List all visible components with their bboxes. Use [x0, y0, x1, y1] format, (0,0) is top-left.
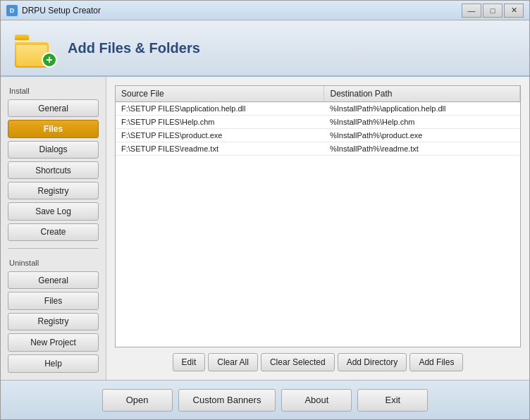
bottom-bar: Open Custom Banners About Exit: [1, 380, 529, 419]
dest-path-cell: %InstallPath%\readme.txt: [324, 142, 520, 156]
edit-button[interactable]: Edit: [173, 353, 206, 371]
title-bar: D DRPU Setup Creator — □ ✕: [1, 1, 529, 20]
sidebar-item-save-log[interactable]: Save Log: [8, 202, 99, 220]
about-button[interactable]: About: [281, 389, 352, 412]
exit-button[interactable]: Exit: [357, 389, 428, 412]
dest-path-cell: %InstallPath%\product.exe: [324, 129, 520, 142]
sidebar-item-general[interactable]: General: [8, 99, 99, 117]
sidebar-bottom: New Project Help: [8, 333, 99, 373]
clear-selected-button[interactable]: Clear Selected: [261, 353, 335, 371]
folder-tab: [15, 35, 29, 40]
col-dest: Destination Path: [324, 86, 520, 102]
custom-banners-button[interactable]: Custom Banners: [178, 389, 276, 412]
table-row[interactable]: F:\SETUP FILES\product.exe%InstallPath%\…: [116, 129, 520, 142]
sidebar-item-u-registry[interactable]: Registry: [8, 313, 99, 331]
close-button[interactable]: ✕: [504, 4, 524, 18]
maximize-button[interactable]: □: [483, 4, 503, 18]
main-content: Install General Files Dialogs Shortcuts …: [1, 77, 529, 380]
sidebar-item-dialogs[interactable]: Dialogs: [8, 141, 99, 159]
add-directory-button[interactable]: Add Directory: [338, 353, 407, 371]
sidebar-item-u-files[interactable]: Files: [8, 292, 99, 309]
dest-path-cell: %InstallPath%\application.help.dll: [324, 102, 520, 116]
uninstall-section-label: Uninstall: [8, 259, 99, 267]
sidebar-item-shortcuts[interactable]: Shortcuts: [8, 161, 99, 179]
source-file-cell: F:\SETUP FILES\product.exe: [116, 129, 324, 142]
sidebar-item-u-general[interactable]: General: [8, 271, 99, 289]
dest-path-cell: %InstallPath%\Help.chm: [324, 116, 520, 129]
install-section-label: Install: [8, 87, 99, 95]
source-file-cell: F:\SETUP FILES\readme.txt: [116, 142, 324, 156]
sidebar-item-registry[interactable]: Registry: [8, 182, 99, 199]
add-files-button[interactable]: Add Files: [409, 353, 463, 371]
content-area: Source File Destination Path F:\SETUP FI…: [106, 77, 529, 380]
clear-all-button[interactable]: Clear All: [208, 353, 258, 371]
file-table: Source File Destination Path F:\SETUP FI…: [116, 86, 520, 156]
table-row[interactable]: F:\SETUP FILES\readme.txt%InstallPath%\r…: [116, 142, 520, 156]
sidebar-divider: [8, 248, 99, 249]
table-row[interactable]: F:\SETUP FILES\application.help.dll%Inst…: [116, 102, 520, 116]
page-title: Add Files & Folders: [68, 40, 200, 56]
minimize-button[interactable]: —: [462, 4, 481, 18]
file-table-container[interactable]: Source File Destination Path F:\SETUP FI…: [115, 85, 521, 347]
header-area: + Add Files & Folders: [1, 20, 529, 77]
sidebar: Install General Files Dialogs Shortcuts …: [1, 77, 106, 380]
col-source: Source File: [116, 86, 324, 102]
source-file-cell: F:\SETUP FILES\Help.chm: [116, 116, 324, 129]
new-project-button[interactable]: New Project: [8, 333, 99, 352]
main-window: D DRPU Setup Creator — □ ✕ + Add Files &…: [0, 0, 530, 420]
sidebar-item-files[interactable]: Files: [8, 120, 99, 137]
help-button[interactable]: Help: [8, 354, 99, 373]
table-row[interactable]: F:\SETUP FILES\Help.chm%InstallPath%\Hel…: [116, 116, 520, 129]
app-icon: D: [6, 5, 18, 16]
window-title: DRPU Setup Creator: [22, 6, 462, 16]
window-controls: — □ ✕: [462, 4, 524, 18]
table-buttons: Edit Clear All Clear Selected Add Direct…: [115, 353, 521, 371]
header-icon: +: [15, 29, 57, 68]
open-button[interactable]: Open: [102, 389, 173, 412]
source-file-cell: F:\SETUP FILES\application.help.dll: [116, 102, 324, 116]
sidebar-item-create[interactable]: Create: [8, 223, 99, 241]
add-badge-icon: +: [42, 52, 57, 68]
